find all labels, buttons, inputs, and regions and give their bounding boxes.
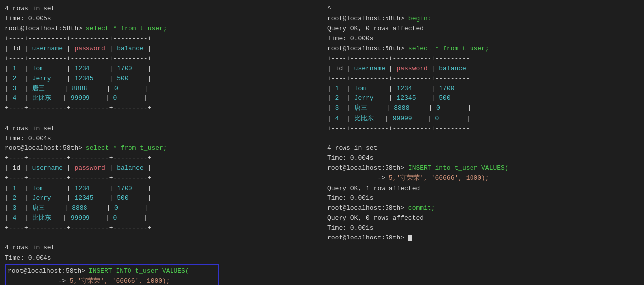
table-row-r-3: | 3 | 唐三 | 8888 | 0 | (327, 103, 639, 113)
insert-ok: Query OK, 1 row affected (327, 184, 639, 193)
insert-cmd-left-2: -> 5,'守荣荣', '66666', 1000); (8, 276, 216, 285)
table-border-bot-r: +----+----------+----------+---------+ (327, 124, 639, 134)
insert-cmd-right-1: root@localhost:58th> INSERT into t_user … (327, 163, 639, 173)
table-header-1: | id | username | password | balance | (5, 44, 317, 54)
begin-cmd: root@localhost:58th> begin; (327, 14, 639, 24)
table-border-top-2: +----+----------+----------+---------+ (5, 153, 317, 163)
table-border-bot-1: +----+----------+----------+---------+ (5, 103, 317, 113)
begin-ok: Query OK, 0 rows affected (327, 24, 639, 34)
table-border-mid-r: +----+----------+----------+---------+ (327, 74, 639, 84)
select-cmd-1: root@localhost:58th> select * from t_use… (5, 24, 317, 34)
rows-info-2: 4 rows in set (5, 124, 317, 134)
table-border-bot-2: +----+----------+----------+---------+ (5, 223, 317, 233)
time-r: Time: 0.004s (327, 153, 639, 163)
table-row-1-3: | 3 | 唐三 | 8888 | 0 | (5, 84, 317, 94)
time-2: Time: 0.004s (5, 134, 317, 143)
table-row-1-4: | 4 | 比比东 | 99999 | 0 | (5, 94, 317, 103)
rows-info-r: 4 rows in set (327, 143, 639, 153)
table-row-1-1: | 1 | Tom | 1234 | 1700 | (5, 64, 317, 74)
left-terminal: 4 rows in set Time: 0.005s root@localhos… (0, 0, 322, 285)
blank-1 (5, 114, 317, 124)
table-row-2-3: | 3 | 唐三 | 8888 | 0 | (5, 203, 317, 213)
insert-error-box: root@localhost:58th> INSERT INTO t_user … (5, 264, 219, 285)
table-border-mid-1: +----+----------+----------+---------+ (5, 54, 317, 64)
time-1: Time: 0.005s (5, 14, 317, 24)
rows-info-3: 4 rows in set (5, 243, 317, 253)
commit-time: Time: 0.001s (327, 223, 639, 233)
table-header-2: | id | username | password | balance | (5, 163, 317, 173)
select-cmd-right: root@localhost:58th> select * from t_use… (327, 44, 639, 54)
table-header-r: | id | username | password | balance | (327, 64, 639, 74)
table-row-2-2: | 2 | Jerry | 12345 | 500 | (5, 193, 317, 203)
select-cmd-2: root@localhost:58th> select * from t_use… (5, 143, 317, 153)
blank-r (327, 134, 639, 143)
commit-cmd: root@localhost:58th> commit; (327, 203, 639, 213)
table-row-2-4: | 4 | 比比东 | 99999 | 0 | (5, 213, 317, 223)
table-row-r-1: | 1 | Tom | 1234 | 1700 | (327, 84, 639, 94)
right-terminal: ^ root@localhost:58th> begin; Query OK, … (322, 0, 644, 285)
rows-info-1: 4 rows in set (5, 4, 317, 14)
final-prompt-right: root@localhost:58th> (327, 233, 639, 243)
caret-indicator: ^ (327, 4, 639, 14)
table-border-top-1: +----+----------+----------+---------+ (5, 34, 317, 44)
commit-ok: Query OK, 0 rows affected (327, 213, 639, 223)
begin-time: Time: 0.000s (327, 34, 639, 44)
table-row-2-1: | 1 | Tom | 1234 | 1700 | (5, 184, 317, 193)
time-3: Time: 0.004s (5, 253, 317, 263)
insert-time: Time: 0.001s (327, 193, 639, 203)
table-row-r-4: | 4 | 比比东 | 99999 | 0 | (327, 114, 639, 124)
blank-2 (5, 233, 317, 243)
insert-cmd-left: root@localhost:58th> INSERT INTO t_user … (8, 266, 216, 276)
table-border-mid-2: +----+----------+----------+---------+ (5, 173, 317, 183)
table-row-r-2: | 2 | Jerry | 12345 | 500 | (327, 94, 639, 103)
table-border-top-r: +----+----------+----------+---------+ (327, 54, 639, 64)
table-row-1-2: | 2 | Jerry | 12345 | 500 | (5, 74, 317, 84)
insert-cmd-right-2: -> 5,'守荣荣', '66666', 1000); (327, 173, 639, 183)
